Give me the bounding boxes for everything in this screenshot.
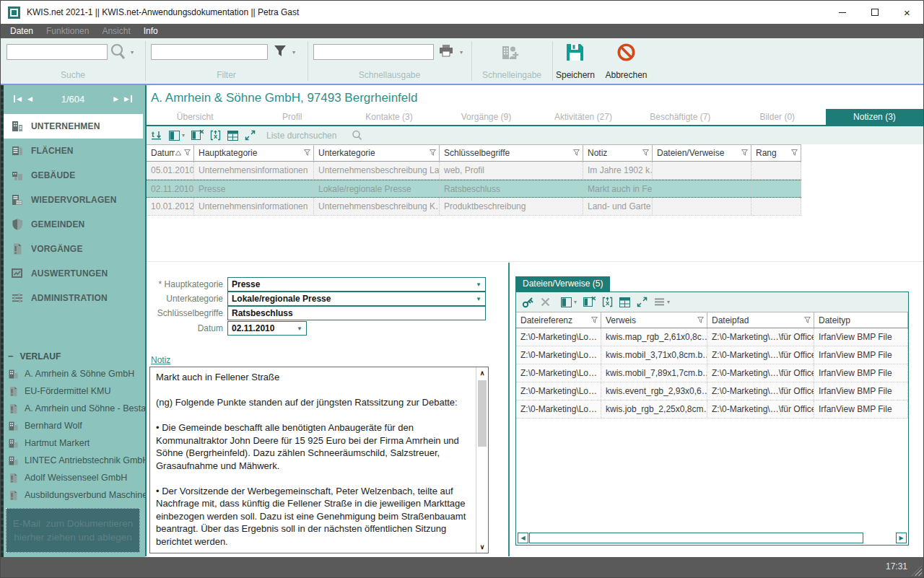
table-row[interactable]: 05.01.2010UnternehmensinformationenUnter… xyxy=(147,162,801,180)
menu-icon[interactable] xyxy=(654,297,665,307)
search-dropdown-icon[interactable]: ▾ xyxy=(131,49,134,56)
verlauf-item-ausbildungsverbund-maschine[interactable]: Ausbildungsverbund Maschine… xyxy=(1,486,145,504)
tab-ubersicht[interactable]: Übersicht xyxy=(147,109,243,125)
list-search-input[interactable] xyxy=(266,131,352,141)
tab-notizen-3[interactable]: Notizen (3) xyxy=(826,109,923,125)
column-header-schlusselbegriffe[interactable]: Schlüsselbegriffe xyxy=(440,145,583,161)
quick-output-input[interactable] xyxy=(313,44,434,60)
cancel-icon[interactable] xyxy=(616,43,636,62)
last-record-button[interactable]: ▶ xyxy=(121,95,135,102)
sidebar-item-gebaude[interactable]: GEBÄUDE xyxy=(4,163,143,188)
files-tab[interactable]: Dateien/Verweise (5) xyxy=(515,276,610,292)
column-header-dateityp[interactable]: Dateityp xyxy=(814,312,908,328)
sidebar-item-wiedervorlagen[interactable]: WIEDERVORLAGEN xyxy=(4,188,143,212)
remove-column-icon[interactable] xyxy=(191,130,204,141)
expand-icon[interactable] xyxy=(245,130,256,141)
column-header-dateipfad[interactable]: Dateipfad xyxy=(707,312,814,328)
expand-icon[interactable] xyxy=(637,297,648,307)
filter-icon[interactable] xyxy=(791,148,798,158)
scroll-up-icon[interactable]: ∧ xyxy=(476,367,488,379)
scroll-right-icon[interactable]: ▶ xyxy=(896,533,907,543)
table-row[interactable]: Z:\0-Marketing\Lo…kwis.mobil_3,71x0,8cm.… xyxy=(516,346,908,364)
verlauf-item-eu-fordermittel-kmu[interactable]: EU-Fördermittel KMU xyxy=(1,382,145,400)
quick-output-dropdown-icon[interactable]: ▾ xyxy=(460,49,463,56)
sort-indicator-icon[interactable] xyxy=(175,148,182,158)
filter-icon[interactable] xyxy=(304,148,310,158)
verlauf-item-a-amrhein-und-sohne-besta[interactable]: A. Amrhein und Söhne - Besta… xyxy=(1,400,145,417)
search-input[interactable] xyxy=(6,44,108,60)
filter-icon[interactable] xyxy=(697,315,704,325)
tab-beschaftigte-7[interactable]: Beschäftigte (7) xyxy=(632,109,728,125)
table-row[interactable]: Z:\0-Marketing\Lo…kwis.job_rgb_2,25x0,8c… xyxy=(516,400,908,419)
menu-item-ansicht[interactable]: Ansicht xyxy=(95,24,136,38)
column-header-verweis[interactable]: Verweis xyxy=(601,312,707,328)
filter-icon[interactable] xyxy=(804,315,811,325)
filter-icon[interactable] xyxy=(642,148,649,158)
close-button[interactable]: × xyxy=(891,1,923,24)
scroll-down-icon[interactable]: ∨ xyxy=(476,541,488,553)
verlauf-item-adolf-weissenseel-gmbh[interactable]: Adolf Weissenseel GmbH xyxy=(1,469,145,486)
verlauf-item-hartmut-markert[interactable]: Hartmut Markert xyxy=(1,434,145,452)
sidebar-item-gemeinden[interactable]: GEMEINDEN xyxy=(4,212,143,237)
menu-item-info[interactable]: Info xyxy=(137,24,165,38)
quick-entry-button[interactable]: Schnelleingabe xyxy=(471,70,552,80)
hauptkategorie-select[interactable]: Presse ▼ xyxy=(227,277,486,292)
column-header-unterkategorie[interactable]: Unterkategorie xyxy=(314,145,440,161)
tab-bilder-0[interactable]: Bilder (0) xyxy=(729,109,826,125)
filter-icon[interactable] xyxy=(591,315,598,325)
column-chooser-icon[interactable] xyxy=(169,131,180,141)
datum-picker[interactable]: 02.11.2010 ▼ xyxy=(227,321,307,336)
maximize-button[interactable] xyxy=(858,1,891,24)
hscrollbar-track[interactable] xyxy=(529,533,863,543)
files-hscrollbar[interactable]: ◀ ▶ xyxy=(518,533,907,543)
attach-file-icon[interactable] xyxy=(522,297,534,308)
unterkategorie-select[interactable]: Lokale/regionale Presse ▼ xyxy=(227,292,486,306)
scrollbar-thumb[interactable] xyxy=(478,380,487,447)
remove-column-icon[interactable] xyxy=(583,297,596,307)
sidebar-item-administration[interactable]: ADMINISTRATION xyxy=(4,286,143,310)
menu-item-funktionen[interactable]: Funktionen xyxy=(40,24,95,38)
table-row[interactable]: 02.11.2010PresseLokale/regionale PresseR… xyxy=(147,180,801,198)
verlauf-item-bernhard-wolf[interactable]: Bernhard Wolf xyxy=(1,417,145,434)
printer-icon[interactable] xyxy=(438,44,454,58)
filter-icon[interactable] xyxy=(573,148,580,158)
sidebar-item-auswertungen[interactable]: AUSWERTUNGEN xyxy=(4,261,143,286)
column-header-rang[interactable]: Rang xyxy=(751,145,801,161)
column-chooser-dropdown-icon[interactable]: ▾ xyxy=(574,299,577,305)
sidebar-item-vorgange[interactable]: VORGÄNGE xyxy=(4,237,143,261)
verlauf-header[interactable]: − VERLAUF xyxy=(1,351,145,362)
grid-view-icon[interactable] xyxy=(227,131,238,141)
column-header-hauptkategorie[interactable]: Hauptkategorie xyxy=(194,145,314,161)
column-header-dateien-verweise[interactable]: Dateien/Verweise xyxy=(653,145,751,161)
table-row[interactable]: Z:\0-Marketing\Lo…kwis.mobil_7,89x1,7cm.… xyxy=(516,364,908,382)
excel-export-icon[interactable]: x xyxy=(210,130,221,141)
schluesselbegriffe-input[interactable]: Ratsbeschluss xyxy=(227,306,486,320)
panel-splitter[interactable] xyxy=(508,263,510,556)
filter-icon[interactable] xyxy=(184,148,191,158)
save-button[interactable]: Speichern xyxy=(552,70,598,80)
grid-view-icon[interactable] xyxy=(619,297,630,307)
filter-icon[interactable] xyxy=(430,148,436,158)
cancel-button[interactable]: Abbrechen xyxy=(600,70,653,80)
table-row[interactable]: Z:\0-Marketing\Lo…kwis.map_rgb_2,61x0,8c… xyxy=(516,328,908,346)
notiz-link[interactable]: Notiz xyxy=(151,355,170,365)
filter-input[interactable] xyxy=(151,44,268,60)
verlauf-item-a-amrhein-sohne-gmbh[interactable]: A. Amrhein & Söhne GmbH xyxy=(1,365,145,382)
tab-profil[interactable]: Profil xyxy=(243,109,340,125)
excel-export-icon[interactable]: x xyxy=(602,297,613,307)
resize-grip[interactable] xyxy=(912,566,922,576)
tab-vorgange-9[interactable]: Vorgänge (9) xyxy=(437,109,534,125)
column-chooser-icon[interactable] xyxy=(561,297,572,307)
notiz-scrollbar[interactable]: ∧ ∨ xyxy=(476,367,488,553)
tab-aktivitaten-27[interactable]: Aktivitäten (27) xyxy=(535,109,632,125)
menu-item-daten[interactable]: Daten xyxy=(4,24,40,38)
next-record-button[interactable]: ▶ xyxy=(110,95,121,102)
verlauf-item-lintec-antriebstechnik-gmbh[interactable]: LINTEC Antriebstechnik GmbH xyxy=(1,452,145,469)
sort-icon[interactable]: t xyxy=(151,130,162,141)
table-row[interactable]: 10.01.2012UnternehmensinformationenUnter… xyxy=(147,198,801,216)
filter-icon[interactable] xyxy=(741,148,748,158)
list-search-icon[interactable] xyxy=(352,130,363,141)
notiz-textarea[interactable]: Markt auch in Fellener Straße (ng) Folge… xyxy=(149,367,489,553)
table-row[interactable]: Z:\0-Marketing\Lo…kwis.event_rgb_2,93x0,… xyxy=(516,382,908,400)
column-header-dateireferenz[interactable]: Dateireferenz xyxy=(516,312,601,328)
